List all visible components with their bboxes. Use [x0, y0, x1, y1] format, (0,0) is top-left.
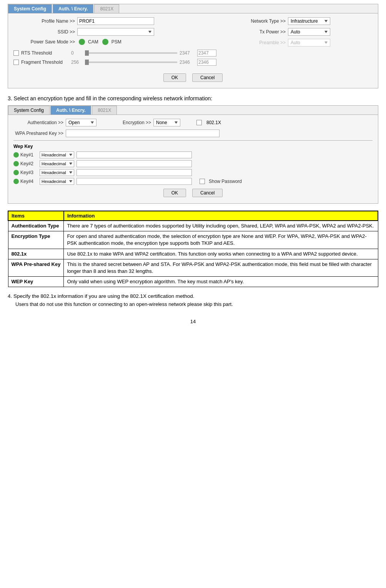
panel2-body: Authentication >> Open Encryption >> Non… [8, 115, 378, 203]
key3-type-value: Hexadecimal [42, 170, 66, 175]
profile-name-row: Profile Name >> [13, 17, 216, 25]
tab-bar-1: System Config Auth. \ Encry. 8021X [8, 4, 378, 13]
tx-power-arrow-icon [324, 31, 328, 33]
show-password-checkbox[interactable] [200, 179, 205, 184]
ssid-label: SSID >> [13, 29, 75, 35]
key1-row: Key#1 Hexadecimal [13, 151, 373, 158]
table-row: WEP KeyOnly valid when using WEP encrypt… [8, 277, 378, 287]
panel2-cancel-button[interactable]: Cancel [192, 189, 223, 197]
rts-label: RTS Threshold [21, 50, 71, 56]
table-cell-item-4: WEP Key [8, 277, 64, 287]
key2-type-dropdown[interactable]: Hexadecimal [40, 160, 74, 167]
wpa-psk-input[interactable] [66, 130, 220, 137]
key2-arrow-icon [69, 163, 72, 165]
key1-label: Key#1 [20, 152, 40, 158]
auth-label: Authentication >> [13, 120, 63, 125]
key1-input[interactable] [77, 151, 192, 158]
frag-checkbox[interactable] [13, 60, 19, 65]
table-cell-item-3: WPA Pre-shared Key [8, 259, 64, 276]
key2-circle-icon[interactable] [13, 161, 19, 166]
table-cell-info-3: This is the shared secret between AP and… [64, 259, 378, 276]
panel1-right: Network Type >> Infrastructure Tx Power … [224, 17, 373, 70]
rts-end-val: 2347 [180, 50, 195, 56]
network-type-label: Network Type >> [224, 18, 286, 24]
key4-circle-icon[interactable] [13, 179, 19, 184]
show-password-label: Show Password [209, 179, 242, 184]
tab-system-config-2[interactable]: System Config [8, 106, 50, 115]
table-cell-info-2: Use 802.1x to make WPA and WPA2 certific… [64, 249, 378, 259]
panel1-cancel-button[interactable]: Cancel [192, 73, 223, 82]
table-row: Encryption TypeFor open and shared authe… [8, 231, 378, 249]
rts-threshold-row: RTS Threshold 0 2347 [13, 50, 216, 56]
dot1x-checkbox[interactable] [196, 120, 202, 125]
rts-slider[interactable] [85, 52, 177, 54]
tx-power-dropdown[interactable]: Auto [288, 28, 330, 36]
step4-text: 4. Specify the 802.1x information if you… [8, 293, 378, 299]
preamble-dropdown: Auto [288, 39, 330, 47]
tx-power-label: Tx Power >> [224, 29, 286, 35]
tab-auth-encry-2[interactable]: Auth. \ Encry. [50, 106, 91, 115]
key1-circle-icon[interactable] [13, 152, 19, 158]
panel2-ok-button[interactable]: OK [163, 189, 186, 197]
profile-name-label: Profile Name >> [13, 18, 75, 24]
key2-input[interactable] [77, 160, 192, 167]
panel1-left: Profile Name >> SSID >> Power Save Mode … [13, 17, 216, 70]
frag-label: Fragment Threshold [21, 60, 71, 65]
key3-circle-icon[interactable] [13, 170, 19, 175]
power-save-label: Power Save Mode >> [13, 39, 75, 45]
auth-dropdown[interactable]: Open [66, 119, 96, 126]
key4-arrow-icon [69, 180, 72, 183]
frag-end-val: 2346 [180, 60, 195, 65]
preamble-row: Preamble >> Auto [224, 39, 373, 47]
psm-circle-icon[interactable] [102, 39, 108, 45]
frag-slider[interactable] [85, 61, 177, 63]
key1-type-dropdown[interactable]: Hexadecimal [40, 151, 74, 158]
network-type-value: Infrastructure [291, 18, 318, 24]
key4-input[interactable] [77, 178, 192, 185]
panel1-ok-cancel: OK Cancel [13, 73, 373, 82]
panel2-ok-cancel: OK Cancel [13, 189, 373, 197]
profile-name-input[interactable] [77, 17, 154, 25]
key3-arrow-icon [69, 171, 72, 174]
rts-checkbox[interactable] [13, 50, 19, 56]
step4-sub-text: Users that do not use this function or c… [15, 301, 378, 307]
key4-type-dropdown[interactable]: Hexadecimal [40, 178, 74, 185]
psm-label: PSM [111, 39, 121, 45]
table-cell-info-4: Only valid when using WEP encryption alg… [64, 277, 378, 287]
table-cell-item-1: Encryption Type [8, 231, 64, 249]
auth-encry-panel: System Config Auth. \ Encry. 8021X Authe… [8, 105, 378, 204]
table-cell-info-1: For open and shared authentication mode,… [64, 231, 378, 249]
frag-input[interactable] [197, 59, 216, 66]
tab-system-config-1[interactable]: System Config [8, 4, 52, 13]
ssid-dropdown[interactable] [77, 28, 154, 36]
table-header-information: Information [64, 211, 378, 221]
system-config-panel: System Config Auth. \ Encry. 8021X Profi… [8, 4, 378, 88]
threshold-section: RTS Threshold 0 2347 Fragment Threshold … [13, 48, 216, 70]
wpa-psk-label: WPA Preshared Key >> [13, 131, 63, 136]
tx-power-row: Tx Power >> Auto [224, 28, 373, 36]
key4-type-value: Hexadecimal [42, 179, 66, 184]
rts-input[interactable] [197, 50, 216, 56]
tab-bar-2: System Config Auth. \ Encry. 8021X [8, 106, 378, 115]
wep-key-section: Wep Key Key#1 Hexadecimal Key#2 Hexadeci… [13, 140, 373, 185]
key3-type-dropdown[interactable]: Hexadecimal [40, 169, 74, 176]
table-row: WPA Pre-shared KeyThis is the shared sec… [8, 259, 378, 276]
enc-dropdown[interactable]: None [153, 119, 180, 126]
panel1-two-col: Profile Name >> SSID >> Power Save Mode … [13, 17, 373, 70]
key3-label: Key#3 [20, 170, 40, 175]
network-type-arrow-icon [324, 20, 328, 22]
tab-8021x-1: 8021X [94, 4, 119, 13]
ssid-arrow-icon [148, 31, 151, 33]
key1-arrow-icon [69, 154, 72, 156]
tab-8021x-2: 8021X [92, 106, 117, 115]
key3-input[interactable] [77, 169, 192, 176]
network-type-dropdown[interactable]: Infrastructure [288, 17, 330, 25]
tab-auth-encry-1[interactable]: Auth. \ Encry. [53, 4, 93, 13]
table-cell-item-0: Authentication Type [8, 221, 64, 231]
cam-circle-icon[interactable] [79, 39, 85, 45]
panel1-ok-button[interactable]: OK [163, 73, 186, 82]
table-cell-info-0: There are 7 types of authentication mode… [64, 221, 378, 231]
table-header-items: Items [8, 211, 64, 221]
wep-key-title: Wep Key [13, 144, 373, 149]
key4-row: Key#4 Hexadecimal Show Password [13, 178, 373, 185]
